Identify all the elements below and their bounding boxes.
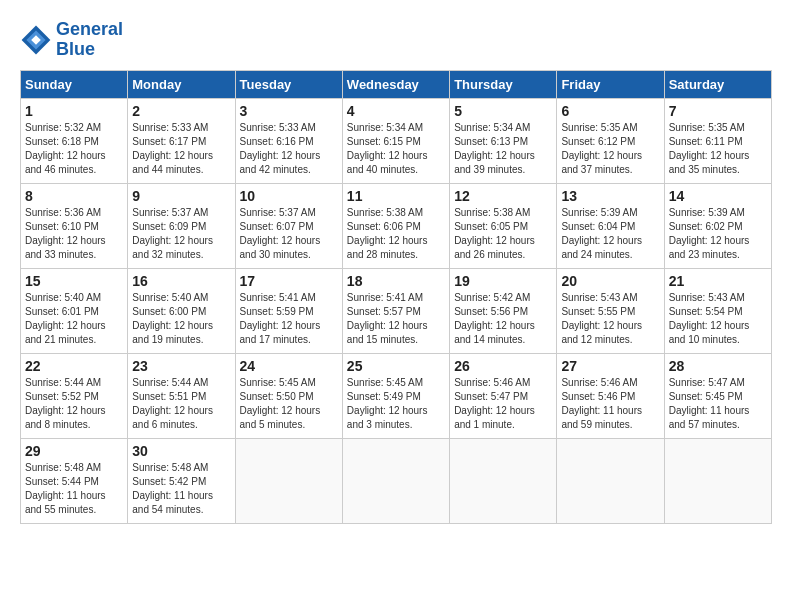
day-number: 18	[347, 273, 445, 289]
day-info: Sunrise: 5:33 AMSunset: 6:16 PMDaylight:…	[240, 121, 338, 177]
day-info: Sunrise: 5:34 AMSunset: 6:15 PMDaylight:…	[347, 121, 445, 177]
calendar-cell: 23Sunrise: 5:44 AMSunset: 5:51 PMDayligh…	[128, 353, 235, 438]
calendar-table: SundayMondayTuesdayWednesdayThursdayFrid…	[20, 70, 772, 524]
week-row: 29Sunrise: 5:48 AMSunset: 5:44 PMDayligh…	[21, 438, 772, 523]
day-number: 11	[347, 188, 445, 204]
day-info: Sunrise: 5:33 AMSunset: 6:17 PMDaylight:…	[132, 121, 230, 177]
calendar-cell: 20Sunrise: 5:43 AMSunset: 5:55 PMDayligh…	[557, 268, 664, 353]
day-info: Sunrise: 5:37 AMSunset: 6:09 PMDaylight:…	[132, 206, 230, 262]
calendar-cell	[664, 438, 771, 523]
day-info: Sunrise: 5:34 AMSunset: 6:13 PMDaylight:…	[454, 121, 552, 177]
day-number: 5	[454, 103, 552, 119]
weekday-header: Thursday	[450, 70, 557, 98]
calendar-cell: 14Sunrise: 5:39 AMSunset: 6:02 PMDayligh…	[664, 183, 771, 268]
day-info: Sunrise: 5:38 AMSunset: 6:05 PMDaylight:…	[454, 206, 552, 262]
weekday-header: Saturday	[664, 70, 771, 98]
day-info: Sunrise: 5:44 AMSunset: 5:51 PMDaylight:…	[132, 376, 230, 432]
day-info: Sunrise: 5:41 AMSunset: 5:57 PMDaylight:…	[347, 291, 445, 347]
day-info: Sunrise: 5:43 AMSunset: 5:55 PMDaylight:…	[561, 291, 659, 347]
calendar-cell: 19Sunrise: 5:42 AMSunset: 5:56 PMDayligh…	[450, 268, 557, 353]
day-info: Sunrise: 5:43 AMSunset: 5:54 PMDaylight:…	[669, 291, 767, 347]
day-number: 3	[240, 103, 338, 119]
day-number: 6	[561, 103, 659, 119]
day-number: 23	[132, 358, 230, 374]
calendar-cell	[450, 438, 557, 523]
day-number: 25	[347, 358, 445, 374]
day-info: Sunrise: 5:46 AMSunset: 5:47 PMDaylight:…	[454, 376, 552, 432]
day-number: 17	[240, 273, 338, 289]
day-info: Sunrise: 5:44 AMSunset: 5:52 PMDaylight:…	[25, 376, 123, 432]
calendar-cell: 8Sunrise: 5:36 AMSunset: 6:10 PMDaylight…	[21, 183, 128, 268]
day-number: 21	[669, 273, 767, 289]
day-info: Sunrise: 5:35 AMSunset: 6:12 PMDaylight:…	[561, 121, 659, 177]
day-info: Sunrise: 5:48 AMSunset: 5:42 PMDaylight:…	[132, 461, 230, 517]
calendar-cell	[557, 438, 664, 523]
calendar-cell: 9Sunrise: 5:37 AMSunset: 6:09 PMDaylight…	[128, 183, 235, 268]
weekday-header: Monday	[128, 70, 235, 98]
week-row: 15Sunrise: 5:40 AMSunset: 6:01 PMDayligh…	[21, 268, 772, 353]
day-info: Sunrise: 5:32 AMSunset: 6:18 PMDaylight:…	[25, 121, 123, 177]
day-number: 13	[561, 188, 659, 204]
day-number: 9	[132, 188, 230, 204]
day-info: Sunrise: 5:35 AMSunset: 6:11 PMDaylight:…	[669, 121, 767, 177]
weekday-header: Friday	[557, 70, 664, 98]
calendar-cell: 22Sunrise: 5:44 AMSunset: 5:52 PMDayligh…	[21, 353, 128, 438]
day-number: 19	[454, 273, 552, 289]
calendar-cell	[342, 438, 449, 523]
calendar-cell: 21Sunrise: 5:43 AMSunset: 5:54 PMDayligh…	[664, 268, 771, 353]
day-info: Sunrise: 5:45 AMSunset: 5:50 PMDaylight:…	[240, 376, 338, 432]
day-info: Sunrise: 5:42 AMSunset: 5:56 PMDaylight:…	[454, 291, 552, 347]
calendar-cell: 27Sunrise: 5:46 AMSunset: 5:46 PMDayligh…	[557, 353, 664, 438]
calendar-cell: 18Sunrise: 5:41 AMSunset: 5:57 PMDayligh…	[342, 268, 449, 353]
day-number: 2	[132, 103, 230, 119]
calendar-cell: 15Sunrise: 5:40 AMSunset: 6:01 PMDayligh…	[21, 268, 128, 353]
page-header: General Blue	[20, 20, 772, 60]
day-number: 1	[25, 103, 123, 119]
calendar-cell: 2Sunrise: 5:33 AMSunset: 6:17 PMDaylight…	[128, 98, 235, 183]
day-info: Sunrise: 5:47 AMSunset: 5:45 PMDaylight:…	[669, 376, 767, 432]
day-info: Sunrise: 5:37 AMSunset: 6:07 PMDaylight:…	[240, 206, 338, 262]
calendar-cell: 13Sunrise: 5:39 AMSunset: 6:04 PMDayligh…	[557, 183, 664, 268]
calendar-cell: 4Sunrise: 5:34 AMSunset: 6:15 PMDaylight…	[342, 98, 449, 183]
calendar-cell: 24Sunrise: 5:45 AMSunset: 5:50 PMDayligh…	[235, 353, 342, 438]
day-number: 8	[25, 188, 123, 204]
day-number: 26	[454, 358, 552, 374]
day-number: 15	[25, 273, 123, 289]
day-number: 22	[25, 358, 123, 374]
calendar-cell: 11Sunrise: 5:38 AMSunset: 6:06 PMDayligh…	[342, 183, 449, 268]
calendar-cell: 1Sunrise: 5:32 AMSunset: 6:18 PMDaylight…	[21, 98, 128, 183]
calendar-cell: 3Sunrise: 5:33 AMSunset: 6:16 PMDaylight…	[235, 98, 342, 183]
logo-text: General Blue	[56, 20, 123, 60]
day-info: Sunrise: 5:39 AMSunset: 6:02 PMDaylight:…	[669, 206, 767, 262]
day-number: 12	[454, 188, 552, 204]
calendar-cell: 5Sunrise: 5:34 AMSunset: 6:13 PMDaylight…	[450, 98, 557, 183]
day-info: Sunrise: 5:38 AMSunset: 6:06 PMDaylight:…	[347, 206, 445, 262]
weekday-header: Sunday	[21, 70, 128, 98]
week-row: 8Sunrise: 5:36 AMSunset: 6:10 PMDaylight…	[21, 183, 772, 268]
week-row: 22Sunrise: 5:44 AMSunset: 5:52 PMDayligh…	[21, 353, 772, 438]
calendar-cell: 25Sunrise: 5:45 AMSunset: 5:49 PMDayligh…	[342, 353, 449, 438]
calendar-cell: 6Sunrise: 5:35 AMSunset: 6:12 PMDaylight…	[557, 98, 664, 183]
calendar-cell: 30Sunrise: 5:48 AMSunset: 5:42 PMDayligh…	[128, 438, 235, 523]
calendar-cell: 26Sunrise: 5:46 AMSunset: 5:47 PMDayligh…	[450, 353, 557, 438]
calendar-cell: 10Sunrise: 5:37 AMSunset: 6:07 PMDayligh…	[235, 183, 342, 268]
day-number: 14	[669, 188, 767, 204]
day-number: 20	[561, 273, 659, 289]
logo: General Blue	[20, 20, 123, 60]
day-number: 29	[25, 443, 123, 459]
day-info: Sunrise: 5:40 AMSunset: 6:01 PMDaylight:…	[25, 291, 123, 347]
calendar-cell: 12Sunrise: 5:38 AMSunset: 6:05 PMDayligh…	[450, 183, 557, 268]
day-info: Sunrise: 5:45 AMSunset: 5:49 PMDaylight:…	[347, 376, 445, 432]
day-number: 24	[240, 358, 338, 374]
day-info: Sunrise: 5:36 AMSunset: 6:10 PMDaylight:…	[25, 206, 123, 262]
day-number: 30	[132, 443, 230, 459]
day-number: 16	[132, 273, 230, 289]
day-number: 10	[240, 188, 338, 204]
weekday-header: Wednesday	[342, 70, 449, 98]
day-info: Sunrise: 5:46 AMSunset: 5:46 PMDaylight:…	[561, 376, 659, 432]
weekday-header-row: SundayMondayTuesdayWednesdayThursdayFrid…	[21, 70, 772, 98]
day-info: Sunrise: 5:48 AMSunset: 5:44 PMDaylight:…	[25, 461, 123, 517]
day-info: Sunrise: 5:40 AMSunset: 6:00 PMDaylight:…	[132, 291, 230, 347]
calendar-cell: 17Sunrise: 5:41 AMSunset: 5:59 PMDayligh…	[235, 268, 342, 353]
calendar-cell: 29Sunrise: 5:48 AMSunset: 5:44 PMDayligh…	[21, 438, 128, 523]
